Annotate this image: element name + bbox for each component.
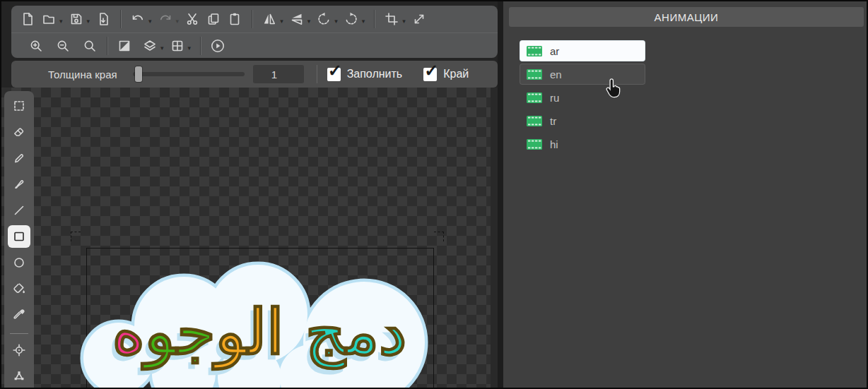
brush-tool-button[interactable] [8, 173, 30, 196]
toolbar-separator [107, 37, 107, 55]
film-icon [527, 46, 542, 56]
grid-caret[interactable]: ▾ [188, 44, 192, 52]
open-file-button[interactable] [38, 8, 59, 30]
redo-caret[interactable]: ▾ [176, 18, 180, 25]
rotate-ccw-button[interactable] [313, 8, 334, 30]
slider-thumb[interactable] [135, 66, 142, 82]
cut-button[interactable] [182, 8, 203, 30]
line-tool-button[interactable] [8, 199, 30, 222]
animation-item-en[interactable]: en [520, 64, 645, 84]
redo-button[interactable] [155, 8, 176, 30]
app-window: دمج الوجوه ▾ ▾ ▾ ▾ ▾ [0, 0, 868, 389]
undo-caret[interactable]: ▾ [148, 18, 152, 25]
resize-button[interactable] [409, 8, 430, 30]
paste-button[interactable] [224, 8, 245, 30]
flip-horizontal-caret[interactable]: ▾ [280, 18, 283, 25]
artwork-arabic-text: دمج الوجوه [93, 291, 426, 376]
edge-thickness-label: Толщина края [48, 68, 117, 80]
film-icon [527, 92, 542, 103]
flip-vertical-caret[interactable]: ▾ [307, 18, 311, 25]
invert-button[interactable] [114, 35, 135, 56]
new-file-button[interactable] [17, 8, 38, 30]
animation-item-tr[interactable]: tr [520, 111, 645, 131]
options-separator [317, 65, 317, 83]
main-toolbar: ▾ ▾ ▾ ▾ ▾ ▾ ▾ ▾ [11, 6, 498, 58]
grid-button[interactable] [167, 35, 188, 56]
save-caret[interactable]: ▾ [87, 18, 90, 25]
flip-horizontal-button[interactable] [259, 8, 280, 30]
film-icon [527, 116, 542, 126]
zoom-out-button[interactable] [52, 35, 74, 56]
toolbar-separator [374, 10, 375, 28]
animation-item-ru[interactable]: ru [520, 88, 645, 107]
hand-cursor-icon [605, 78, 622, 99]
toolbar-row-1: ▾ ▾ ▾ ▾ ▾ ▾ ▾ ▾ [11, 6, 498, 32]
eyedropper-tool-button[interactable] [8, 304, 30, 326]
editor-pane: دمج الوجوه ▾ ▾ ▾ ▾ ▾ [1, 1, 498, 389]
layers-button[interactable] [139, 35, 160, 56]
zoom-in-button[interactable] [25, 35, 47, 56]
shape-nodes-tool-button[interactable] [8, 365, 30, 388]
pane-divider[interactable] [498, 1, 503, 389]
crop-button[interactable] [381, 8, 402, 30]
tool-options-bar: Толщина края ✓ Заполнить ✓ Край [11, 61, 498, 88]
save-button[interactable] [66, 8, 87, 30]
check-icon: ✓ [424, 62, 438, 79]
select-tool-button[interactable] [8, 95, 30, 117]
canvas-scrollbar[interactable] [491, 88, 498, 389]
tool-separator [10, 333, 28, 334]
toolbar-row-2: ▾ ▾ [11, 32, 498, 58]
animation-label: tr [550, 115, 556, 127]
rotate-cw-button[interactable] [341, 8, 362, 30]
edge-checkbox[interactable]: ✓ [423, 68, 437, 81]
animation-item-ar[interactable]: ar [520, 41, 645, 61]
crop-caret[interactable]: ▾ [402, 18, 406, 25]
edge-checkbox-label: Край [443, 68, 469, 80]
animation-label: en [550, 68, 562, 80]
animation-label: hi [550, 138, 558, 150]
import-file-button[interactable] [93, 8, 114, 30]
text-part-3: جو [145, 297, 216, 367]
film-icon [527, 69, 542, 80]
text-part-2: الو [216, 297, 284, 367]
toolbar-separator [252, 10, 252, 28]
animation-list: ar en ru tr hi [520, 41, 645, 157]
edge-thickness-slider[interactable] [133, 66, 245, 82]
fill-tool-button[interactable] [8, 277, 30, 300]
flip-vertical-button[interactable] [286, 8, 307, 30]
layers-caret[interactable]: ▾ [160, 44, 164, 52]
text-part-1: دمج [305, 297, 406, 367]
fill-checkbox-label: Заполнить [347, 68, 403, 80]
center-tool-button[interactable] [8, 339, 30, 361]
selection-corner-top-right[interactable] [434, 232, 444, 241]
rotate-cw-caret[interactable]: ▾ [362, 18, 365, 25]
selection-corner-top-left[interactable] [71, 232, 81, 241]
open-file-caret[interactable]: ▾ [59, 18, 63, 25]
tool-sidebar [4, 91, 34, 389]
pencil-tool-button[interactable] [8, 147, 30, 169]
slider-track[interactable] [133, 72, 245, 76]
animations-panel-title: АНИМАЦИИ [655, 11, 719, 23]
animation-item-hi[interactable]: hi [520, 134, 645, 154]
animations-panel: АНИМАЦИИ ar en ru tr hi [503, 1, 868, 389]
rectangle-tool-button[interactable] [8, 225, 30, 248]
rotate-ccw-caret[interactable]: ▾ [334, 18, 338, 25]
toolbar-separator [120, 10, 121, 28]
edge-thickness-input[interactable] [253, 65, 304, 83]
animation-label: ru [550, 92, 559, 104]
animations-panel-header: АНИМАЦИИ [509, 7, 864, 27]
edge-checkbox-group[interactable]: ✓ Край [423, 68, 469, 81]
play-button[interactable] [207, 35, 228, 56]
check-icon: ✓ [328, 62, 342, 79]
fill-checkbox-group[interactable]: ✓ Заполнить [327, 68, 403, 81]
copy-button[interactable] [203, 8, 224, 30]
ellipse-tool-button[interactable] [8, 251, 30, 274]
canvas[interactable]: دمج الوجوه [1, 88, 498, 389]
film-icon [527, 139, 542, 150]
fill-checkbox[interactable]: ✓ [327, 68, 341, 81]
undo-button[interactable] [127, 8, 148, 30]
zoom-reset-button[interactable] [79, 35, 100, 56]
animation-label: ar [550, 45, 559, 57]
toolbar-separator [200, 37, 201, 55]
eraser-tool-button[interactable] [8, 121, 30, 143]
